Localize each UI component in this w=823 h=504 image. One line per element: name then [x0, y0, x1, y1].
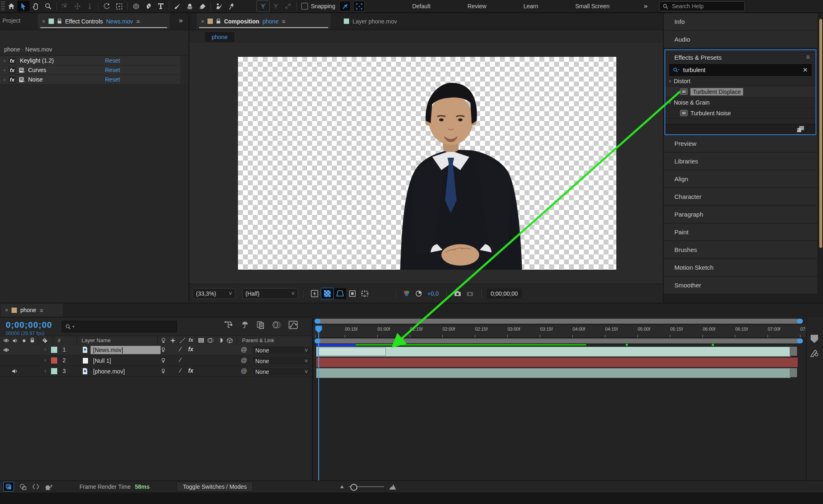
panel-menu-icon[interactable]: ≡: [40, 307, 43, 314]
layer-label-swatch[interactable]: [51, 357, 57, 364]
quality-switch-icon[interactable]: ∕: [180, 356, 181, 363]
snap-along-edges-toggle[interactable]: [339, 1, 351, 12]
lock-column-icon[interactable]: [30, 338, 35, 343]
label-column-tag-icon[interactable]: [42, 338, 48, 344]
comp-button-icon[interactable]: [809, 349, 819, 357]
parent-dropdown[interactable]: None˅: [252, 357, 311, 365]
tab-layer-phone[interactable]: Layer phone.mov: [340, 13, 426, 29]
close-icon[interactable]: ×: [42, 18, 45, 25]
work-area-start-handle[interactable]: [315, 338, 320, 343]
parent-dropdown[interactable]: None˅: [252, 367, 311, 376]
live-update-button[interactable]: [3, 482, 14, 492]
close-icon[interactable]: ×: [5, 307, 8, 313]
work-area-end-handle[interactable]: [797, 338, 803, 343]
solo-column-icon[interactable]: [23, 339, 26, 342]
exposure-value[interactable]: +0,0: [427, 290, 439, 297]
zoom-out-mountain-icon[interactable]: [339, 485, 345, 489]
timeline-h-scrollbar[interactable]: [315, 319, 803, 324]
zoom-slider-knob[interactable]: [350, 484, 357, 491]
expand-chevron-icon[interactable]: ›: [44, 357, 46, 362]
toggle-switches-modes-button[interactable]: Toggle Switches / Modes: [177, 482, 253, 492]
comp-marker-bin-icon[interactable]: [810, 334, 819, 343]
graph-editor-icon[interactable]: [289, 321, 298, 329]
layer-row-phone[interactable]: › 3 [phone.mov] ∕ fx @ None˅: [0, 366, 312, 377]
region-of-interest-button[interactable]: [346, 288, 359, 299]
workspace-tab[interactable]: Review: [449, 3, 505, 9]
shy-switch-icon[interactable]: [161, 347, 166, 352]
expand-chevron-icon[interactable]: ›: [44, 368, 46, 373]
hand-tool[interactable]: [30, 1, 42, 12]
cube-3d-column-icon[interactable]: [227, 338, 233, 343]
brackets-icon[interactable]: [33, 484, 39, 490]
video-column-eye-icon[interactable]: [3, 338, 9, 343]
layer-bar-selection-box[interactable]: [317, 348, 386, 356]
dolly-towards-cursor-tool[interactable]: [282, 1, 294, 12]
shy-switch-icon[interactable]: [161, 358, 166, 363]
type-tool[interactable]: [154, 1, 167, 12]
zoom-tool[interactable]: [42, 1, 54, 12]
composition-crumb-chip[interactable]: phone: [205, 32, 234, 42]
column-layer-name[interactable]: Layer Name: [82, 337, 111, 343]
selection-tool[interactable]: [17, 1, 30, 12]
layer-name[interactable]: [News.mov]: [91, 346, 161, 354]
panel-bar[interactable]: Brushes: [664, 241, 817, 258]
snail-render-icon[interactable]: [45, 484, 53, 490]
tab-effect-controls[interactable]: × Effect Controls News.mov ≡: [38, 13, 170, 29]
panel-bar[interactable]: Align: [664, 170, 817, 187]
show-snapshot-button[interactable]: [464, 288, 476, 299]
grid-guides-button[interactable]: [359, 288, 371, 299]
parent-pick-whip-icon[interactable]: @: [241, 357, 247, 364]
speaker-icon[interactable]: [12, 369, 17, 374]
zoom-in-mountain-icon[interactable]: [389, 484, 396, 490]
effect-row-noise[interactable]: › fx Noise Reset: [0, 75, 180, 84]
clone-stamp-tool[interactable]: [184, 1, 196, 12]
reset-link[interactable]: Reset: [105, 67, 120, 73]
channel-button[interactable]: [400, 288, 413, 299]
effect-item-turbulent-displace[interactable]: 32 Turbulent Displace: [665, 86, 816, 97]
layer-label-swatch[interactable]: [51, 368, 57, 374]
parent-dropdown[interactable]: None˅: [252, 346, 311, 355]
exposure-reset-icon[interactable]: [413, 288, 425, 299]
fx-switch-icon[interactable]: fx: [188, 346, 193, 352]
resolution-dropdown[interactable]: (Half)˅: [242, 288, 298, 299]
layer-name[interactable]: [Null 1]: [91, 357, 114, 365]
puppet-pin-tool[interactable]: [225, 1, 238, 12]
layer-row-news[interactable]: › 1 [News.mov] ∕ fx @ None˅: [0, 345, 312, 355]
brush-tool[interactable]: [171, 1, 184, 12]
pan-under-cursor-tool[interactable]: [270, 1, 282, 12]
effect-item-turbulent-noise[interactable]: 32 Turbulent Noise: [665, 108, 816, 119]
workspace-overflow-chevron[interactable]: »: [644, 2, 648, 10]
effects-presets-search[interactable]: turbulent ✕: [669, 64, 811, 76]
scrollbar-left-cap[interactable]: [315, 319, 320, 324]
parent-pick-whip-icon[interactable]: @: [241, 367, 247, 374]
layer-bar-phone[interactable]: [316, 368, 790, 378]
label-swatch-tan[interactable]: [207, 19, 213, 24]
expand-chevron-icon[interactable]: ›: [4, 68, 5, 72]
reset-link[interactable]: Reset: [105, 76, 120, 83]
composition-mini-flowchart-icon[interactable]: [224, 321, 233, 329]
eraser-tool[interactable]: [196, 1, 208, 12]
effect-row-curves[interactable]: › fx Curves Reset: [0, 65, 180, 75]
playhead-line[interactable]: [318, 325, 319, 481]
layer-label-swatch[interactable]: [51, 347, 57, 353]
home-button[interactable]: [5, 1, 17, 12]
orbit-camera-tool[interactable]: [59, 1, 71, 12]
fx-column-icon[interactable]: fx: [189, 337, 194, 343]
panel-bar[interactable]: Audio: [664, 31, 817, 48]
timeline-search-box[interactable]: ▾: [62, 321, 177, 332]
shy-switch-icon[interactable]: [161, 369, 166, 374]
draft-3d-icon[interactable]: [241, 321, 249, 329]
audio-column-speaker-icon[interactable]: [12, 338, 18, 343]
tab-composition[interactable]: × Composition phone ≡: [197, 13, 331, 29]
layer-bar-news[interactable]: [316, 347, 790, 357]
panel-menu-icon[interactable]: ≡: [136, 18, 140, 25]
reset-link[interactable]: Reset: [105, 57, 120, 64]
parent-pick-whip-icon[interactable]: @: [241, 346, 247, 353]
layer-bar-null[interactable]: [316, 357, 798, 367]
work-area-bar[interactable]: [315, 338, 803, 343]
timeline-zoom-slider[interactable]: [349, 486, 384, 487]
new-preset-icon[interactable]: [797, 126, 804, 132]
rotation-tool[interactable]: [100, 1, 113, 12]
panel-bar[interactable]: Smoother: [664, 277, 817, 294]
draft-shapes-icon[interactable]: [20, 484, 27, 490]
